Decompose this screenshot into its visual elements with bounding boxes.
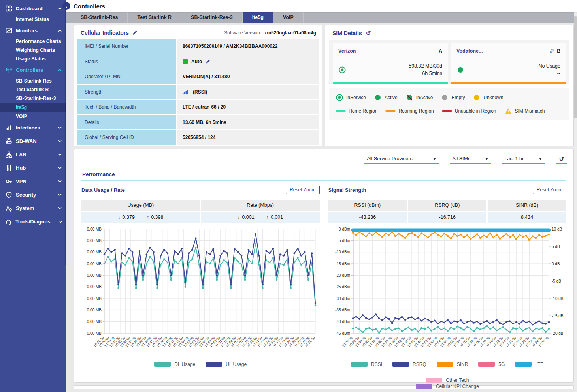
chevron-down-icon <box>57 192 62 197</box>
sidebar-item-hub[interactable]: Hub <box>0 161 66 174</box>
chevron-down-icon <box>58 219 63 224</box>
stat-value: -43.236 <box>328 212 407 223</box>
legend-item-ul-usage: UL Usage <box>206 362 247 367</box>
sim-usage: No Usage-- <box>538 62 560 77</box>
security-icon <box>5 191 12 198</box>
sidebar-item-test-starlink-r[interactable]: Test Starlink R <box>0 85 66 94</box>
signal-strength-chart[interactable]: 0 dBm-5 dBm-10 dBm-15 dBm-20 dBm-25 dBm-… <box>328 226 575 361</box>
system-icon <box>5 204 12 212</box>
row-value: 52056854 / 124 <box>177 130 319 145</box>
tab-sb-starlink-res[interactable]: SB-Starlink-Res <box>71 12 128 23</box>
tab-sb-starlink-res-3[interactable]: SB-Starlink-Res-3 <box>181 12 243 23</box>
sidebar-item-monitors[interactable]: Monitors <box>0 24 66 37</box>
stat-value: -16.716 <box>408 212 486 223</box>
main-area: ‹ Controllers SB-Starlink-ResTest Starli… <box>66 0 577 392</box>
stat-header: RSRQ (dB) <box>408 200 486 211</box>
svg-text:-10 dB: -10 dB <box>552 296 564 301</box>
sidebar-item-weighting-charts[interactable]: Weighting Charts <box>0 46 66 54</box>
inservice-status-icon <box>336 94 343 101</box>
svg-text:0.00 MB: 0.00 MB <box>87 250 102 254</box>
sidebar-item-internet-status[interactable]: Internet Status <box>0 15 66 24</box>
empty-status-icon <box>441 94 449 101</box>
chevron-down-icon: ▼ <box>485 157 489 161</box>
tab-test-starlink-r[interactable]: Test Starlink R <box>128 12 181 23</box>
sidebar-item-label: VPN <box>16 178 26 184</box>
tab-voip[interactable]: VoIP <box>273 12 304 23</box>
svg-text:0.00 MB: 0.00 MB <box>87 227 102 231</box>
service-provider-select[interactable]: All Service Providers ▼ <box>364 155 439 164</box>
region-legend-row: Home RegionRoaming RegionUnusable in Reg… <box>336 107 563 115</box>
sidebar-item-sb-starlink-res-3[interactable]: SB-Starlink-Res-3 <box>0 94 66 103</box>
legend-item-unusable-in-region: Unusable in Region <box>442 108 496 114</box>
sim-details-title: SIM Details <box>332 30 362 36</box>
row-label: IMEI / Serial Number <box>77 39 176 54</box>
sidebar-item-controllers[interactable]: Controllers <box>0 63 66 77</box>
svg-text:-5 dB: -5 dB <box>552 279 561 283</box>
cellular-indicators-title: Cellular Indicators <box>81 30 129 36</box>
svg-text:0.00 MB: 0.00 MB <box>87 238 102 243</box>
sidebar-item-security[interactable]: Security <box>0 188 66 201</box>
signal-legend: RSSIRSRQSINR5GLTEOther TechCellular KPI … <box>328 362 567 389</box>
series-color-swatch <box>351 362 368 367</box>
sidebar-scrollbar[interactable] <box>65 0 66 265</box>
sidebar-item-label: Security <box>16 192 36 198</box>
sidebar-item-sb-starlink-res[interactable]: SB-Starlink-Res <box>0 77 66 85</box>
data-usage-chart[interactable]: 0.00 MB0.00 MB0.00 MB0.00 MB0.00 MB0.00 … <box>81 226 319 361</box>
sim-slot-letter: B <box>549 48 560 54</box>
sidebar-item-label: LAN <box>16 152 26 158</box>
usage-up-value: 0.398 <box>151 214 163 220</box>
legend-item-cellular-kpi-change: Cellular KPI Change <box>416 384 479 389</box>
svg-text:5 dB: 5 dB <box>552 244 560 249</box>
chevron-down-icon: ▼ <box>433 157 437 161</box>
svg-text:-40 dBm: -40 dBm <box>335 319 350 324</box>
sidebar-item-usage-status[interactable]: Usage Status <box>0 54 66 63</box>
table-row: Global / Serving Cell ID52056854 / 124 <box>77 130 319 145</box>
charts-refresh-icon[interactable]: ↺ <box>556 156 567 164</box>
chevron-up-icon <box>57 68 62 73</box>
controllers-icon <box>5 66 12 73</box>
svg-text:-5 dBm: -5 dBm <box>337 238 350 243</box>
data-usage-chart-section: Data Usage / Rate Reset Zoom Usage (MB) … <box>81 186 320 389</box>
chevron-down-icon <box>57 152 62 157</box>
sidebar-item-voip[interactable]: VOIP <box>0 112 66 121</box>
stat-header: RSSI (dBm) <box>328 200 407 211</box>
sidebar-item-system[interactable]: System <box>0 201 66 215</box>
legend-item-5g: 5G <box>478 362 505 367</box>
sims-select[interactable]: All SIMs ▼ <box>450 155 491 164</box>
sidebar-item-sd-wan[interactable]: SD-WAN <box>0 134 66 148</box>
sim-refresh-icon[interactable]: ↺ <box>366 30 371 37</box>
svg-text:0.00 MB: 0.00 MB <box>87 308 102 312</box>
edit-status-icon[interactable] <box>206 59 211 64</box>
inactive-status-icon <box>405 94 413 101</box>
table-row: Tech / Band / BandwidthLTE / eutran-66 /… <box>77 100 319 114</box>
series-color-swatch <box>426 378 442 383</box>
svg-text:0.00 MB: 0.00 MB <box>87 319 102 324</box>
sidebar-item-lan[interactable]: LAN <box>0 148 66 161</box>
carrier-link[interactable]: Vodafone... <box>456 48 483 54</box>
series-color-swatch <box>515 362 532 367</box>
sim-card-a: VerizonA598.82 MB/30d6h 5mins <box>333 43 448 84</box>
window-scrollbar[interactable] <box>574 0 577 392</box>
rate-stat-header: Rate (Mbps) <box>201 200 320 211</box>
lan-icon <box>5 151 12 158</box>
svg-text:-15 dBm: -15 dBm <box>335 262 350 266</box>
sidebar-item-dashboard[interactable]: Dashboard <box>0 2 66 15</box>
sidebar-item-performance-charts[interactable]: Performance Charts <box>0 37 66 46</box>
sidebar-item-lte5g[interactable]: lte5g <box>0 103 66 112</box>
sidebar-item-tools-diagnos-[interactable]: Tools/Diagnos... <box>0 215 66 228</box>
reset-zoom-button[interactable]: Reset Zoom <box>286 186 319 194</box>
legend-item-sinr: SINR <box>437 362 468 367</box>
time-range-select[interactable]: Last 1 hr ▼ <box>502 155 545 164</box>
svg-text:-20 dB: -20 dB <box>552 331 564 336</box>
scrollbar-thumb[interactable] <box>574 16 577 118</box>
sidebar-item-interfaces[interactable]: Interfaces <box>0 121 66 134</box>
sidebar-item-vpn[interactable]: VPN <box>0 174 66 188</box>
tab-lte5g[interactable]: lte5g <box>243 12 273 23</box>
reset-zoom-button[interactable]: Reset Zoom <box>533 186 566 194</box>
edit-cellular-icon[interactable] <box>132 30 138 36</box>
active-status-icon <box>374 94 382 101</box>
collapse-sidebar-button[interactable]: ‹ <box>62 2 70 10</box>
legend-item-active: Active <box>374 94 398 101</box>
stat-header: SINR (dB) <box>488 200 566 211</box>
carrier-link[interactable]: Verizon <box>338 48 356 54</box>
